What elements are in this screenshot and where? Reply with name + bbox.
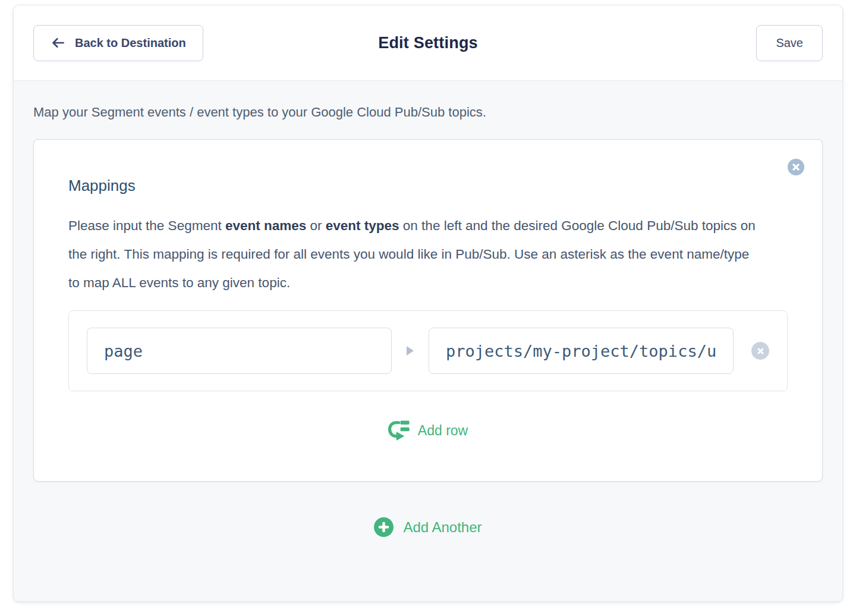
- back-to-destination-button[interactable]: Back to Destination: [33, 25, 203, 61]
- insert-row-icon: [388, 420, 410, 442]
- close-x-icon: [792, 163, 800, 171]
- remove-row-button[interactable]: [751, 342, 769, 360]
- mappings-card-close-button[interactable]: [788, 159, 804, 175]
- add-row-link[interactable]: Add row: [68, 420, 788, 442]
- desc-part: Please input the Segment: [68, 218, 225, 233]
- mappings-card: Mappings Please input the Segment event …: [33, 139, 823, 482]
- back-button-label: Back to Destination: [75, 36, 186, 50]
- add-another-label: Add Another: [403, 519, 482, 536]
- mappings-description: Please input the Segment event names or …: [68, 212, 761, 297]
- close-x-icon: [757, 347, 764, 355]
- header-bar: Back to Destination Edit Settings Save: [14, 5, 842, 81]
- save-button[interactable]: Save: [756, 25, 823, 61]
- save-button-label: Save: [776, 36, 803, 50]
- edit-settings-panel: Back to Destination Edit Settings Save M…: [13, 5, 843, 602]
- mapping-arrow-container: [392, 346, 429, 356]
- add-row-label: Add row: [418, 423, 468, 439]
- settings-content: Map your Segment events / event types to…: [14, 81, 842, 601]
- plus-circle-icon: [374, 517, 394, 537]
- left-arrow-icon: [51, 35, 66, 51]
- desc-bold-event-types: event types: [326, 218, 399, 233]
- right-triangle-icon: [407, 346, 414, 356]
- event-name-input[interactable]: [87, 328, 392, 374]
- page-title: Edit Settings: [378, 34, 478, 52]
- add-another-link[interactable]: Add Another: [33, 517, 823, 537]
- desc-bold-event-names: event names: [225, 218, 306, 233]
- mapping-row: [68, 310, 788, 391]
- intro-text: Map your Segment events / event types to…: [33, 105, 823, 120]
- mappings-title: Mappings: [68, 177, 788, 195]
- topic-input[interactable]: [429, 328, 734, 374]
- desc-part: or: [306, 218, 326, 233]
